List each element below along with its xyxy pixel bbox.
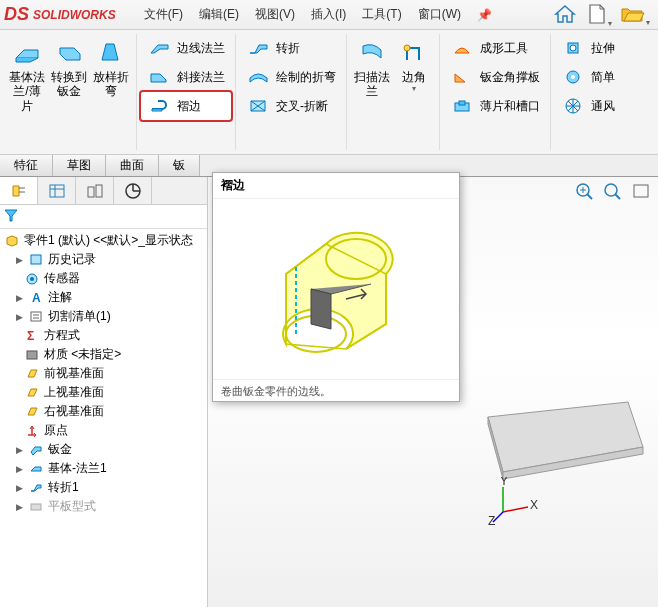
jog-label: 转折 [276, 40, 300, 57]
tab-surfaces[interactable]: 曲面 [106, 155, 159, 176]
feature-tree-panel: 零件1 (默认) <<默认>_显示状态 ▶ 历史记录 传感器 ▶ A 注解 ▶ … [0, 177, 208, 607]
swept-flange-button[interactable]: 扫描法兰 [351, 34, 393, 101]
swept-flange-icon [356, 36, 388, 68]
tree-equations-label: 方程式 [44, 327, 80, 344]
expander-icon[interactable]: ▶ [14, 255, 24, 265]
svg-point-14 [30, 277, 34, 281]
svg-text:Z: Z [488, 514, 495, 527]
tree-top-plane[interactable]: 上视基准面 [2, 383, 205, 402]
menu-insert[interactable]: 插入(I) [303, 4, 354, 25]
cross-break-button[interactable]: 交叉-折断 [240, 92, 342, 120]
menu-tools[interactable]: 工具(T) [354, 4, 409, 25]
extrude-icon [561, 38, 585, 58]
menu-view[interactable]: 视图(V) [247, 4, 303, 25]
zoom-area-icon[interactable] [602, 181, 624, 204]
sidebar-tabs [0, 177, 207, 205]
sidebar-tab-config[interactable] [76, 177, 114, 204]
hem-button[interactable]: 褶边 [141, 92, 231, 120]
tree-origin[interactable]: 原点 [2, 421, 205, 440]
tree-cutlist[interactable]: ▶ 切割清单(1) [2, 307, 205, 326]
svg-text:Y: Y [500, 477, 508, 488]
plane-icon [24, 366, 40, 381]
tree-right-plane[interactable]: 右视基准面 [2, 402, 205, 421]
loft-button[interactable]: 放样折弯 [90, 34, 132, 115]
jog-icon [246, 38, 270, 58]
swept-flange-label: 扫描法兰 [353, 70, 391, 99]
sidebar-tab-property[interactable] [38, 177, 76, 204]
tab-slot-label: 薄片和槽口 [480, 98, 540, 115]
expander-icon[interactable]: ▶ [14, 502, 24, 512]
svg-rect-9 [88, 187, 94, 197]
svg-point-4 [570, 45, 576, 51]
menu-edit[interactable]: 编辑(E) [191, 4, 247, 25]
convert-sheet-icon [53, 36, 85, 68]
edge-flange-button[interactable]: 边线法兰 [141, 34, 231, 62]
svg-rect-2 [459, 101, 465, 105]
tree-front-plane[interactable]: 前视基准面 [2, 364, 205, 383]
sheet-gusset-button[interactable]: 钣金角撑板 [444, 63, 546, 91]
zoom-fit-icon[interactable] [574, 181, 596, 204]
svg-rect-22 [634, 185, 648, 197]
tab-sketch[interactable]: 草图 [53, 155, 106, 176]
tree-sensors[interactable]: 传感器 [2, 269, 205, 288]
corners-label: 边角 [402, 70, 426, 84]
base-flange-label: 基体法兰/薄片 [8, 70, 46, 113]
extrude-button[interactable]: 拉伸 [555, 34, 621, 62]
menu-file[interactable]: 文件(F) [136, 4, 191, 25]
miter-flange-icon [147, 67, 171, 87]
tree-sheetmetal[interactable]: ▶ 钣金 [2, 440, 205, 459]
tab-slot-icon [450, 96, 474, 116]
tree-jog1-label: 转折1 [48, 479, 79, 496]
tab-features[interactable]: 特征 [0, 155, 53, 176]
filter-icon[interactable] [2, 207, 20, 226]
tree-history-label: 历史记录 [48, 251, 96, 268]
sketched-bend-button[interactable]: 绘制的折弯 [240, 63, 342, 91]
forming-tool-button[interactable]: 成形工具 [444, 34, 546, 62]
tree-material[interactable]: 材质 <未指定> [2, 345, 205, 364]
convert-sheet-button[interactable]: 转换到钣金 [48, 34, 90, 115]
expander-icon[interactable]: ▶ [14, 483, 24, 493]
simple-label: 简单 [591, 69, 615, 86]
simple-button[interactable]: 简单 [555, 63, 621, 91]
tree-annotations[interactable]: ▶ A 注解 [2, 288, 205, 307]
tree-flat-pattern[interactable]: ▶ 平板型式 [2, 497, 205, 516]
feature-tree[interactable]: 零件1 (默认) <<默认>_显示状态 ▶ 历史记录 传感器 ▶ A 注解 ▶ … [0, 229, 207, 607]
cross-break-icon [246, 96, 270, 116]
jog-button[interactable]: 转折 [240, 34, 342, 62]
pin-icon[interactable]: 📌 [477, 8, 492, 22]
miter-flange-button[interactable]: 斜接法兰 [141, 63, 231, 91]
sidebar-tab-tree[interactable] [0, 177, 38, 204]
tab-sheetmetal[interactable]: 钣 [159, 155, 200, 176]
tab-slot-button[interactable]: 薄片和槽口 [444, 92, 546, 120]
base-flange-button[interactable]: 基体法兰/薄片 [6, 34, 48, 115]
simple-icon [561, 67, 585, 87]
svg-rect-10 [96, 185, 102, 197]
tree-history[interactable]: ▶ 历史记录 [2, 250, 205, 269]
sidebar-tab-dim[interactable] [114, 177, 152, 204]
home-icon[interactable] [552, 2, 578, 29]
material-icon [24, 347, 40, 362]
svg-text:A: A [32, 291, 41, 304]
tree-equations[interactable]: Σ 方程式 [2, 326, 205, 345]
vent-button[interactable]: 通风 [555, 92, 621, 120]
vent-icon [561, 96, 585, 116]
svg-rect-19 [31, 504, 41, 510]
menu-window[interactable]: 窗口(W) [410, 4, 469, 25]
tree-root-label: 零件1 (默认) <<默认>_显示状态 [24, 232, 193, 249]
expander-icon[interactable]: ▶ [14, 445, 24, 455]
hem-label: 褶边 [177, 98, 201, 115]
new-doc-icon[interactable]: ▾ [586, 2, 612, 29]
axis-triad: Y X Z [488, 477, 538, 527]
expander-icon[interactable]: ▶ [14, 312, 24, 322]
tree-base-flange1[interactable]: ▶ 基体-法兰1 [2, 459, 205, 478]
expander-icon[interactable]: ▶ [14, 293, 24, 303]
tree-jog1[interactable]: ▶ 转折1 [2, 478, 205, 497]
tooltip-desc: 卷曲钣金零件的边线。 [213, 379, 459, 403]
svg-rect-16 [31, 312, 41, 321]
tree-root[interactable]: 零件1 (默认) <<默认>_显示状态 [2, 231, 205, 250]
view-prev-icon[interactable] [630, 181, 652, 204]
corners-button[interactable]: 边角 ▾ [393, 34, 435, 101]
expander-icon[interactable]: ▶ [14, 464, 24, 474]
vent-label: 通风 [591, 98, 615, 115]
open-icon[interactable]: ▾ [620, 3, 650, 28]
